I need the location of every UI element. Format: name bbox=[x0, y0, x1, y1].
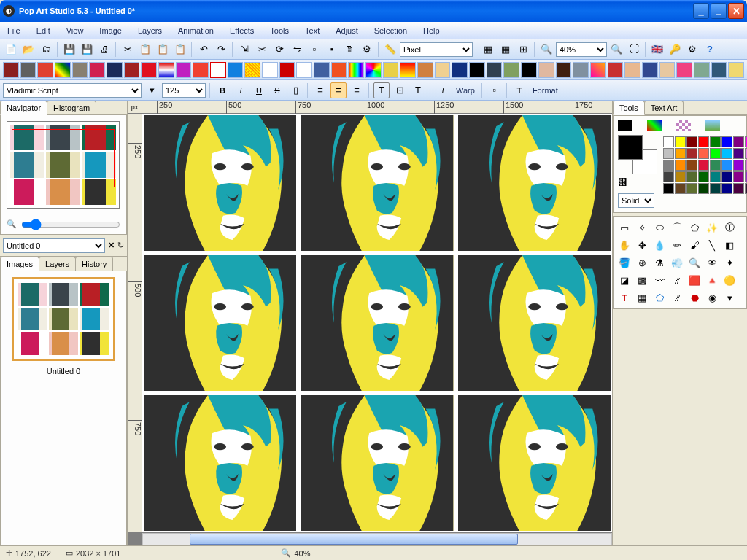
color-swatch[interactable] bbox=[663, 183, 674, 194]
move-tool[interactable]: ✥ bbox=[634, 237, 650, 253]
effect-btn[interactable] bbox=[107, 62, 123, 78]
effect-btn[interactable] bbox=[435, 62, 451, 78]
effect-btn[interactable] bbox=[590, 62, 606, 78]
effect-btn[interactable] bbox=[573, 62, 589, 78]
pattern-tool[interactable]: ▩ bbox=[634, 272, 650, 288]
menu-tools[interactable]: Tools bbox=[270, 26, 289, 35]
effect-btn[interactable] bbox=[193, 62, 209, 78]
paste-button[interactable]: 📋 bbox=[155, 42, 171, 58]
effect-btn[interactable] bbox=[141, 62, 157, 78]
eye-tool[interactable]: 👁 bbox=[704, 254, 720, 271]
grid2-button[interactable]: ▦ bbox=[498, 42, 514, 58]
text-select-tool[interactable]: Ⓣ bbox=[721, 219, 738, 236]
effect-btn[interactable] bbox=[728, 62, 744, 78]
language-button[interactable]: 🇬🇧 bbox=[649, 42, 665, 58]
tab-navigator[interactable]: Navigator bbox=[0, 101, 47, 115]
color-swatch[interactable] bbox=[686, 183, 697, 194]
swap-colors-icon[interactable]: ⮖ bbox=[618, 177, 657, 187]
color-swatch[interactable] bbox=[698, 160, 709, 171]
effect-btn[interactable] bbox=[676, 62, 692, 78]
color-swatch[interactable] bbox=[733, 183, 744, 194]
color-swatch[interactable] bbox=[675, 136, 686, 147]
saveas-button[interactable]: 💾 bbox=[79, 42, 95, 58]
effect-btn[interactable] bbox=[124, 62, 140, 78]
color-swatch[interactable] bbox=[675, 171, 686, 182]
color-swatch[interactable] bbox=[675, 160, 686, 171]
image-thumbnail[interactable] bbox=[12, 277, 115, 361]
sample-solid-icon[interactable] bbox=[618, 120, 632, 131]
effect-btn[interactable] bbox=[608, 62, 624, 78]
sample-image-icon[interactable] bbox=[705, 120, 720, 131]
color-swatch[interactable] bbox=[698, 171, 709, 182]
text-tool-button[interactable]: T bbox=[374, 82, 390, 98]
effect-btn[interactable] bbox=[659, 62, 676, 78]
gradient-tool[interactable]: ◪ bbox=[616, 272, 632, 288]
color-swatch[interactable] bbox=[710, 183, 721, 194]
navigator-viewport[interactable] bbox=[12, 129, 115, 187]
effect-btn[interactable] bbox=[331, 62, 347, 78]
flip-h-button[interactable]: ⇋ bbox=[289, 42, 305, 58]
effect-btn[interactable] bbox=[176, 62, 192, 78]
paste-new-button[interactable]: 📋 bbox=[172, 42, 188, 58]
menu-adjust[interactable]: Adjust bbox=[336, 26, 358, 35]
effect-btn[interactable] bbox=[210, 62, 226, 78]
shape3d-tool[interactable]: 🟥 bbox=[686, 272, 703, 288]
color-swatch[interactable] bbox=[698, 136, 709, 147]
color-swatch[interactable] bbox=[663, 148, 674, 159]
sample-gradient-icon[interactable] bbox=[647, 120, 662, 131]
effect-btn[interactable] bbox=[55, 62, 71, 78]
brush-tool[interactable]: 🖌 bbox=[686, 237, 703, 253]
color-swatch[interactable] bbox=[721, 148, 732, 159]
navigator-thumb[interactable] bbox=[7, 121, 120, 209]
font-select[interactable]: Vladimir Script bbox=[3, 83, 142, 98]
color-swatch[interactable] bbox=[733, 148, 744, 159]
close-button[interactable]: ✕ bbox=[728, 3, 744, 19]
color-swatch[interactable] bbox=[710, 160, 721, 171]
align-right-button[interactable]: ≡ bbox=[349, 82, 365, 98]
effect-btn[interactable] bbox=[158, 62, 174, 78]
effect-btn[interactable] bbox=[642, 62, 658, 78]
pattern2-tool[interactable]: ▦ bbox=[634, 289, 650, 306]
effect-btn[interactable] bbox=[348, 62, 364, 78]
close-doc-button[interactable]: ✕ bbox=[108, 241, 115, 250]
effect-btn[interactable] bbox=[400, 62, 416, 78]
polygon-tool[interactable]: ⬠ bbox=[686, 219, 703, 236]
color-swatch[interactable] bbox=[710, 136, 721, 147]
bucket-tool[interactable]: 🪣 bbox=[616, 254, 632, 271]
color-swatch[interactable] bbox=[663, 136, 674, 147]
rotate-button[interactable]: ⟳ bbox=[271, 42, 287, 58]
text-path-button[interactable]: T bbox=[410, 82, 426, 98]
spray-tool[interactable]: 💨 bbox=[669, 254, 685, 271]
color-swatch[interactable] bbox=[733, 171, 744, 182]
text-window-button[interactable]: ⊡ bbox=[392, 82, 408, 98]
color-swatch[interactable] bbox=[721, 171, 732, 182]
menu-selection[interactable]: Selection bbox=[374, 26, 407, 35]
sphere-tool[interactable]: 🟡 bbox=[721, 272, 738, 288]
align-center-button[interactable]: ≡ bbox=[330, 82, 347, 98]
hand-tool[interactable]: ✋ bbox=[616, 237, 632, 253]
effect-btn[interactable] bbox=[244, 62, 260, 78]
hex-tool[interactable]: ⬣ bbox=[686, 289, 703, 306]
layer-down-button[interactable]: ▫ bbox=[306, 42, 322, 58]
pencil-tool[interactable]: ✏ bbox=[669, 237, 685, 253]
color-fg-bg[interactable] bbox=[618, 135, 657, 174]
format-label[interactable]: Format bbox=[533, 86, 558, 95]
menu-text[interactable]: Text bbox=[305, 26, 320, 35]
marquee-free-tool[interactable]: ✧ bbox=[634, 219, 650, 236]
save-button[interactable]: 💾 bbox=[61, 42, 77, 58]
align-left-button[interactable]: ≡ bbox=[312, 82, 328, 98]
sample-pattern-icon[interactable] bbox=[676, 120, 691, 131]
menu-file[interactable]: File bbox=[7, 26, 20, 35]
hatch-tool[interactable]: ⫽ bbox=[669, 289, 685, 306]
lasso-tool[interactable]: ⌒ bbox=[669, 219, 685, 236]
crop-button[interactable]: ✂ bbox=[254, 42, 270, 58]
document-select[interactable]: Untitled 0 bbox=[3, 238, 105, 253]
strike-button[interactable]: S bbox=[269, 82, 285, 98]
menu-edit[interactable]: Edit bbox=[36, 26, 50, 35]
effect-btn[interactable] bbox=[711, 62, 727, 78]
refresh-doc-button[interactable]: ↻ bbox=[117, 241, 124, 250]
resize-button[interactable]: ⇲ bbox=[236, 42, 252, 58]
effect-btn[interactable] bbox=[521, 62, 537, 78]
zoom-fit-button[interactable]: 🔍 bbox=[608, 42, 624, 58]
unit-select[interactable]: Pixel bbox=[400, 42, 473, 57]
